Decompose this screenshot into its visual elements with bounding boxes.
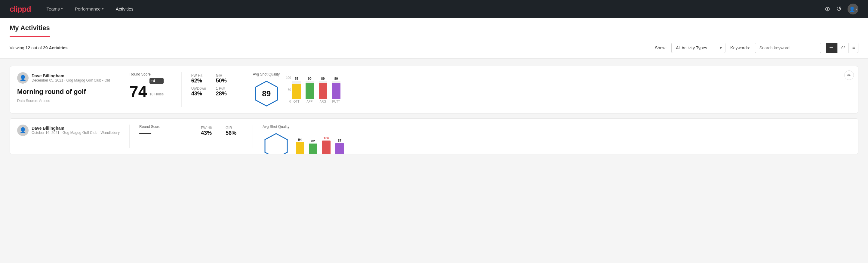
avg-shot-quality-label: Avg Shot Quality bbox=[253, 72, 280, 77]
user-name-2: Dave Billingham bbox=[32, 126, 120, 130]
stat-fw-hit: FW Hit 62% bbox=[191, 74, 209, 84]
bar-chart: 100 50 0 85 OTT bbox=[286, 76, 851, 103]
nav-actions: ⊕ ↺ 👤 ▾ bbox=[825, 4, 858, 14]
view-toggle-group: ☰ ⁇ ≡ bbox=[826, 43, 858, 53]
bar-fill-putt bbox=[332, 83, 340, 99]
stat-updown: Up/Down 43% bbox=[191, 86, 209, 97]
edit-button[interactable]: ✏ bbox=[844, 70, 854, 80]
score-badge: +4 bbox=[150, 78, 164, 84]
quality-section: Avg Shot Quality 89 100 50 0 bbox=[253, 72, 851, 107]
page-header: My Activities bbox=[0, 18, 868, 37]
hexagon-svg-2 bbox=[262, 133, 290, 154]
refresh-button[interactable]: ↺ bbox=[836, 6, 841, 12]
stats-section: FW Hit 62% GIR 50% Up/Down 43% 1 Putt 28… bbox=[191, 72, 234, 97]
card-divider-2 bbox=[181, 72, 182, 107]
page-title: My Activities bbox=[10, 24, 50, 37]
stat-1putt: 1 Putt 28% bbox=[216, 86, 234, 97]
bar-group-app-2: 82 bbox=[309, 139, 317, 154]
score-holes: 18 Holes bbox=[150, 92, 164, 96]
hexagon-chart-2 bbox=[262, 133, 290, 154]
stats-section-2: FW Hit 43% GIR 56% bbox=[201, 124, 243, 136]
view-list-compact-button[interactable]: ☰ bbox=[826, 43, 837, 53]
avatar: 👤 bbox=[17, 72, 29, 84]
card-divider-4 bbox=[129, 124, 130, 148]
score-section: Round Score 74 +4 18 Holes bbox=[130, 72, 172, 99]
svg-marker-1 bbox=[265, 134, 287, 154]
avatar-person-icon-2: 👤 bbox=[20, 127, 26, 134]
card-info-2: 👤 Dave Billingham October 16, 2021 · Gog… bbox=[17, 124, 120, 139]
filter-bar: Viewing 12 out of 29 Activities Show: Al… bbox=[0, 37, 868, 59]
avg-shot-quality-label-2: Avg Shot Quality bbox=[262, 124, 289, 129]
user-date-2: October 16, 2021 · Gog Magog Golf Club -… bbox=[32, 130, 120, 135]
avatar-person-icon: 👤 bbox=[20, 75, 26, 81]
hex-score: 89 bbox=[262, 89, 271, 98]
view-grid-button[interactable]: ⁇ bbox=[837, 43, 848, 53]
bar-fill-ott-2 bbox=[296, 142, 304, 154]
bar-group-putt: 89 PUTT bbox=[332, 77, 340, 103]
bar-fill-arg bbox=[319, 83, 327, 99]
chart-y-axis: 100 50 0 bbox=[286, 76, 291, 103]
add-button[interactable]: ⊕ bbox=[825, 6, 830, 12]
bar-group-arg-2: 106 bbox=[322, 136, 331, 154]
round-score-label-2: Round Score bbox=[139, 124, 181, 129]
bar-fill-arg-2 bbox=[322, 141, 331, 154]
score-section-2: Round Score bbox=[139, 124, 181, 134]
bar-chart-2: 94 82 106 87 bbox=[296, 130, 344, 154]
bar-group-ott: 85 OTT bbox=[292, 77, 301, 103]
card-divider-6 bbox=[253, 124, 253, 148]
bar-group-putt-2: 87 bbox=[335, 139, 344, 154]
bar-group-ott-2: 94 bbox=[296, 138, 304, 154]
user-date: December 05, 2021 · Gog Magog Golf Club … bbox=[32, 78, 110, 83]
bar-fill-app-2 bbox=[309, 144, 317, 154]
card-info: 👤 Dave Billingham December 05, 2021 · Go… bbox=[17, 72, 110, 103]
card-divider bbox=[120, 72, 120, 107]
score-main: 74 +4 18 Holes bbox=[130, 78, 172, 99]
teams-chevron-icon: ▾ bbox=[61, 7, 63, 11]
navbar: clippd Teams ▾ Performance ▾ Activities … bbox=[0, 0, 868, 18]
stat-gir: GIR 50% bbox=[216, 74, 234, 84]
data-source: Data Source: Arccos bbox=[17, 99, 110, 103]
activity-card-2: 👤 Dave Billingham October 16, 2021 · Gog… bbox=[10, 118, 858, 154]
performance-chevron-icon: ▾ bbox=[102, 7, 104, 11]
avatar-icon: 👤 bbox=[849, 6, 855, 12]
bar-fill-ott bbox=[292, 84, 301, 99]
user-row: 👤 Dave Billingham December 05, 2021 · Go… bbox=[17, 72, 110, 84]
user-row-2: 👤 Dave Billingham October 16, 2021 · Gog… bbox=[17, 124, 120, 136]
user-avatar[interactable]: 👤 ▾ bbox=[847, 4, 858, 14]
activity-card: ✏ 👤 Dave Billingham December 05, 2021 · … bbox=[10, 66, 858, 113]
show-label: Show: bbox=[655, 46, 666, 50]
nav-teams[interactable]: Teams ▾ bbox=[45, 0, 64, 18]
activity-type-select[interactable]: All Activity Types bbox=[671, 43, 725, 53]
user-name: Dave Billingham bbox=[32, 74, 110, 78]
view-list-full-button[interactable]: ≡ bbox=[849, 43, 858, 53]
card-divider-5 bbox=[191, 124, 191, 148]
logo[interactable]: clippd bbox=[10, 4, 31, 14]
round-score-label: Round Score bbox=[130, 72, 172, 77]
activity-type-select-wrapper: All Activity Types bbox=[671, 43, 725, 53]
nav-performance[interactable]: Performance ▾ bbox=[74, 0, 105, 18]
stat-gir-2: GIR 56% bbox=[225, 126, 243, 136]
viewing-text: Viewing 12 out of 29 Activities bbox=[10, 46, 68, 50]
avatar-2: 👤 bbox=[17, 124, 29, 136]
activity-title: Morning round of golf bbox=[17, 88, 110, 96]
card-divider-3 bbox=[243, 72, 243, 107]
avatar-chevron: ▾ bbox=[856, 7, 857, 11]
keywords-label: Keywords: bbox=[730, 46, 750, 50]
nav-activities[interactable]: Activities bbox=[115, 0, 135, 18]
bar-fill-app bbox=[306, 83, 314, 99]
activities-content: ✏ 👤 Dave Billingham December 05, 2021 · … bbox=[0, 59, 868, 162]
stat-fw-hit-2: FW Hit 43% bbox=[201, 126, 218, 136]
score-value: 74 bbox=[130, 84, 147, 99]
quality-section-2: Avg Shot Quality 94 82 10 bbox=[262, 124, 851, 154]
keyword-input[interactable] bbox=[755, 43, 821, 53]
hexagon-chart: 89 bbox=[253, 80, 280, 107]
bar-group-app: 90 APP bbox=[306, 77, 314, 103]
bar-fill-putt-2 bbox=[335, 143, 344, 154]
bar-group-arg: 89 ARG bbox=[319, 77, 327, 103]
